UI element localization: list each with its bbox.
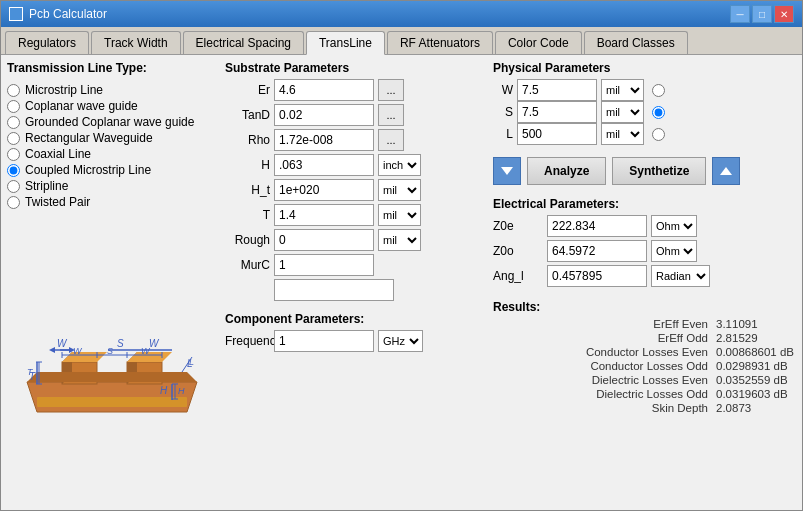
input-z0o[interactable] [547, 240, 647, 262]
tab-color-code[interactable]: Color Code [495, 31, 582, 54]
radio-grounded-coplanar[interactable] [7, 116, 20, 129]
component-title: Component Parameters: [225, 312, 485, 326]
param-row-murc: MurC [225, 254, 485, 276]
input-extra[interactable] [274, 279, 394, 301]
tand-ellipsis-btn[interactable]: ... [378, 104, 404, 126]
rho-ellipsis-btn[interactable]: ... [378, 129, 404, 151]
synthesize-arrow-btn[interactable] [712, 157, 740, 185]
input-murc[interactable] [274, 254, 374, 276]
svg-marker-40 [720, 167, 732, 175]
diagram-area: W S W T H L [7, 219, 217, 504]
radio-twisted-pair[interactable] [7, 196, 20, 209]
label-w: W [493, 83, 513, 97]
phys-row-l: L mil inch mm [493, 123, 796, 145]
content-area: Transmission Line Type: Microstrip Line … [1, 55, 802, 510]
physical-section: Physical Parameters W mil inch mm S [493, 61, 796, 145]
left-panel: Transmission Line Type: Microstrip Line … [7, 61, 217, 504]
component-section: Component Parameters: Frequency GHz MHz … [225, 312, 485, 355]
middle-panel: Substrate Parameters Er ... TanD ... Rho [225, 61, 485, 504]
option-twisted-pair[interactable]: Twisted Pair [7, 195, 217, 209]
radio-coplanar[interactable] [7, 100, 20, 113]
app-icon [9, 7, 23, 21]
analyze-button[interactable]: Analyze [527, 157, 606, 185]
param-row-frequency: Frequency GHz MHz kHz [225, 330, 485, 352]
label-rough: Rough [225, 233, 270, 247]
analyze-arrow-btn[interactable] [493, 157, 521, 185]
result-diel-even-value: 0.0352559 dB [716, 374, 796, 386]
right-panel: Physical Parameters W mil inch mm S [493, 61, 796, 504]
input-tand[interactable] [274, 104, 374, 126]
tab-electrical-spacing[interactable]: Electrical Spacing [183, 31, 304, 54]
label-frequency: Frequency [225, 334, 270, 348]
elec-row-angl: Ang_l Radian Degree [493, 265, 796, 287]
input-angl[interactable] [547, 265, 647, 287]
unit-l[interactable]: mil inch mm [601, 123, 644, 145]
radio-s[interactable] [652, 106, 665, 119]
tab-rf-attenuators[interactable]: RF Attenuators [387, 31, 493, 54]
result-cond-even-name: Conductor Losses Even [586, 346, 708, 358]
param-row-rho: Rho ... [225, 129, 485, 151]
up-arrow-icon [718, 163, 734, 179]
option-coplanar[interactable]: Coplanar wave guide [7, 99, 217, 113]
radio-coupled-microstrip[interactable] [7, 164, 20, 177]
unit-w[interactable]: mil inch mm [601, 79, 644, 101]
result-ereff-odd-name: ErEff Odd [658, 332, 708, 344]
input-rho[interactable] [274, 129, 374, 151]
tab-regulators[interactable]: Regulators [5, 31, 89, 54]
option-rectangular[interactable]: Rectangular Waveguide [7, 131, 217, 145]
option-coupled-microstrip[interactable]: Coupled Microstrip Line [7, 163, 217, 177]
tab-transline[interactable]: TransLine [306, 31, 385, 55]
unit-angl[interactable]: Radian Degree [651, 265, 710, 287]
result-cond-even-value: 0.00868601 dB [716, 346, 796, 358]
unit-t[interactable]: mil inch mm [378, 204, 421, 226]
unit-z0e[interactable]: Ohm [651, 215, 697, 237]
transmission-line-options: Microstrip Line Coplanar wave guide Grou… [7, 83, 217, 209]
input-t[interactable] [274, 204, 374, 226]
input-s[interactable] [517, 101, 597, 123]
option-coupled-microstrip-label: Coupled Microstrip Line [25, 163, 151, 177]
input-rough[interactable] [274, 229, 374, 251]
radio-coaxial[interactable] [7, 148, 20, 161]
input-h[interactable] [274, 154, 374, 176]
unit-ht[interactable]: mil inch mm [378, 179, 421, 201]
input-l[interactable] [517, 123, 597, 145]
input-er[interactable] [274, 79, 374, 101]
input-w[interactable] [517, 79, 597, 101]
label-l: L [493, 127, 513, 141]
tab-board-classes[interactable]: Board Classes [584, 31, 688, 54]
unit-frequency[interactable]: GHz MHz kHz [378, 330, 423, 352]
input-z0e[interactable] [547, 215, 647, 237]
maximize-button[interactable]: □ [752, 5, 772, 23]
radio-stripline[interactable] [7, 180, 20, 193]
tab-track-width[interactable]: Track Width [91, 31, 181, 54]
synthesize-button[interactable]: Synthetize [612, 157, 706, 185]
close-button[interactable]: ✕ [774, 5, 794, 23]
result-cond-odd-value: 0.0298931 dB [716, 360, 796, 372]
label-t: T [225, 208, 270, 222]
unit-s[interactable]: mil inch mm [601, 101, 644, 123]
option-grounded-coplanar[interactable]: Grounded Coplanar wave guide [7, 115, 217, 129]
option-stripline[interactable]: Stripline [7, 179, 217, 193]
unit-rough[interactable]: mil inch mm [378, 229, 421, 251]
phys-row-w: W mil inch mm [493, 79, 796, 101]
er-ellipsis-btn[interactable]: ... [378, 79, 404, 101]
result-diel-odd-name: Dielectric Losses Odd [596, 388, 708, 400]
option-microstrip[interactable]: Microstrip Line [7, 83, 217, 97]
radio-microstrip[interactable] [7, 84, 20, 97]
param-row-h: H inch mil mm [225, 154, 485, 176]
result-skin-depth: Skin Depth 2.0873 [652, 402, 796, 414]
input-frequency[interactable] [274, 330, 374, 352]
radio-w[interactable] [652, 84, 665, 97]
param-extra-box [225, 279, 485, 301]
input-ht[interactable] [274, 179, 374, 201]
unit-z0o[interactable]: Ohm [651, 240, 697, 262]
radio-l[interactable] [652, 128, 665, 141]
minimize-button[interactable]: ─ [730, 5, 750, 23]
svg-marker-8 [27, 372, 197, 382]
radio-rectangular[interactable] [7, 132, 20, 145]
unit-h[interactable]: inch mil mm [378, 154, 421, 176]
label-tand: TanD [225, 108, 270, 122]
param-row-ht: H_t mil inch mm [225, 179, 485, 201]
title-text: Pcb Calculator [29, 7, 107, 21]
option-coaxial[interactable]: Coaxial Line [7, 147, 217, 161]
